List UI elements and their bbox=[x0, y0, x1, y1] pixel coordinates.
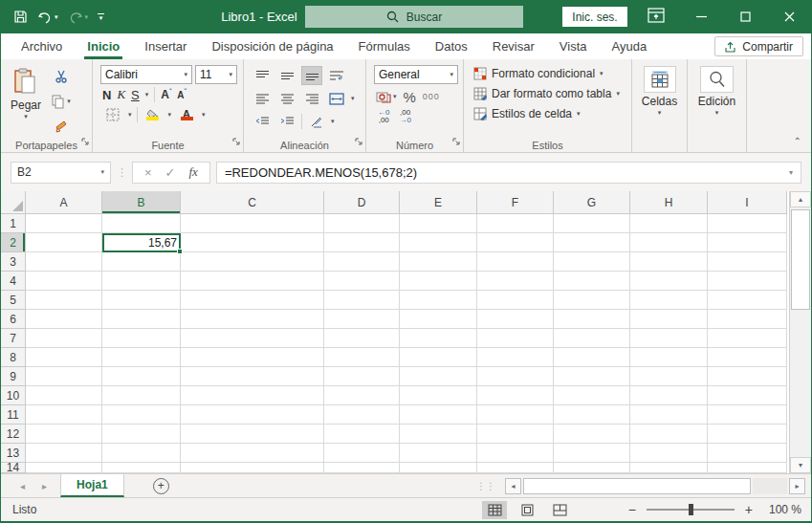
fill-handle[interactable] bbox=[177, 249, 183, 254]
cell-A12[interactable] bbox=[26, 425, 102, 444]
cell-F6[interactable] bbox=[477, 310, 554, 329]
cell-E11[interactable] bbox=[400, 405, 477, 425]
orientation-dropdown-icon[interactable]: ▾ bbox=[331, 118, 335, 125]
cell-D3[interactable] bbox=[324, 252, 400, 272]
row-header-14[interactable]: 14 bbox=[1, 463, 26, 473]
insert-function-icon[interactable]: fx bbox=[189, 164, 198, 180]
cell-I13[interactable] bbox=[708, 444, 787, 463]
cell-H4[interactable] bbox=[630, 272, 708, 291]
page-break-view-button[interactable] bbox=[547, 501, 572, 519]
tab-ayuda[interactable]: Ayuda bbox=[600, 33, 660, 59]
copy-dropdown-icon[interactable]: ▾ bbox=[67, 98, 71, 105]
column-header-F[interactable]: F bbox=[477, 191, 554, 214]
search-input[interactable]: Buscar bbox=[305, 6, 523, 28]
cell-G7[interactable] bbox=[554, 329, 630, 348]
editing-button[interactable]: Edición ▾ bbox=[692, 63, 741, 120]
merge-dropdown-icon[interactable]: ▾ bbox=[351, 95, 355, 102]
prev-sheet-icon[interactable]: ◂ bbox=[20, 481, 25, 491]
align-left-icon[interactable] bbox=[252, 89, 273, 108]
cell-E7[interactable] bbox=[400, 329, 477, 348]
number-dialog-launcher-icon[interactable] bbox=[452, 133, 461, 150]
cell-D4[interactable] bbox=[324, 272, 400, 291]
cell-D10[interactable] bbox=[324, 386, 400, 405]
cell-A6[interactable] bbox=[26, 310, 102, 329]
align-right-icon[interactable] bbox=[301, 89, 322, 108]
cell-B2[interactable]: 15,67 bbox=[102, 233, 181, 252]
cell-A1[interactable] bbox=[26, 214, 102, 233]
cell-G13[interactable] bbox=[554, 444, 630, 463]
cell-B9[interactable] bbox=[102, 367, 181, 386]
cell-C4[interactable] bbox=[181, 272, 324, 291]
cut-icon[interactable] bbox=[51, 67, 72, 86]
cell-E10[interactable] bbox=[400, 386, 477, 405]
cell-G1[interactable] bbox=[554, 214, 630, 233]
fill-color-dropdown-icon[interactable]: ▾ bbox=[168, 111, 172, 119]
customize-qat-icon[interactable]: ▾ bbox=[95, 11, 107, 22]
cell-G4[interactable] bbox=[554, 272, 630, 291]
collapse-ribbon-icon[interactable]: ⌃ bbox=[794, 136, 801, 146]
cell-H6[interactable] bbox=[630, 310, 708, 329]
select-all-corner[interactable] bbox=[1, 191, 26, 214]
cell-I2[interactable] bbox=[708, 233, 787, 252]
cell-D5[interactable] bbox=[324, 291, 400, 310]
cell-I14[interactable] bbox=[708, 463, 787, 473]
font-name-select[interactable]: Calibri▾ bbox=[100, 65, 192, 84]
alignment-dialog-launcher-icon[interactable] bbox=[355, 133, 363, 150]
cell-C7[interactable] bbox=[181, 329, 324, 348]
font-color-icon[interactable]: A bbox=[176, 105, 197, 124]
cell-F12[interactable] bbox=[477, 425, 554, 444]
paste-button[interactable]: Pegar ▾ bbox=[5, 65, 47, 123]
fill-color-icon[interactable] bbox=[143, 105, 164, 124]
clipboard-dialog-launcher-icon[interactable] bbox=[81, 133, 90, 150]
cell-D8[interactable] bbox=[324, 348, 400, 367]
comma-style-button[interactable]: 000 bbox=[423, 92, 440, 101]
cell-I11[interactable] bbox=[708, 405, 787, 425]
cell-C1[interactable] bbox=[181, 214, 324, 233]
format-as-table-button[interactable]: Dar formato como tabla ▾ bbox=[470, 86, 624, 101]
cell-B6[interactable] bbox=[102, 310, 181, 329]
paste-dropdown-icon[interactable]: ▾ bbox=[24, 113, 28, 120]
cell-E9[interactable] bbox=[400, 367, 477, 386]
cell-G14[interactable] bbox=[554, 463, 630, 473]
bold-button[interactable]: N bbox=[102, 88, 111, 102]
row-header-1[interactable]: 1 bbox=[1, 214, 26, 233]
horizontal-scroll-track[interactable] bbox=[753, 478, 787, 494]
tab-split-handle[interactable]: ⋮⋮ bbox=[476, 481, 495, 491]
cell-G11[interactable] bbox=[554, 405, 630, 425]
name-box[interactable]: B2 ▾ bbox=[11, 162, 111, 184]
cell-I9[interactable] bbox=[708, 367, 787, 386]
row-header-4[interactable]: 4 bbox=[1, 272, 26, 291]
cell-G12[interactable] bbox=[554, 425, 630, 444]
cell-G5[interactable] bbox=[554, 291, 630, 310]
number-format-select[interactable]: General▾ bbox=[374, 65, 458, 84]
row-header-7[interactable]: 7 bbox=[1, 329, 26, 348]
align-center-icon[interactable] bbox=[276, 89, 297, 108]
scroll-up-icon[interactable]: ▴ bbox=[790, 191, 811, 207]
cell-A8[interactable] bbox=[26, 348, 102, 367]
column-header-B[interactable]: B bbox=[102, 191, 181, 214]
conditional-formatting-button[interactable]: Formato condicional ▾ bbox=[470, 66, 624, 81]
cell-styles-button[interactable]: Estilos de celda ▾ bbox=[470, 106, 624, 121]
cell-H1[interactable] bbox=[630, 214, 708, 233]
cell-H11[interactable] bbox=[630, 405, 708, 425]
editing-dropdown-icon[interactable]: ▾ bbox=[715, 109, 719, 117]
horizontal-scroll-thumb[interactable] bbox=[523, 478, 751, 494]
expand-formula-bar-icon[interactable]: ▾ bbox=[789, 168, 793, 177]
horizontal-scrollbar[interactable]: ⋮⋮ ◂ ▸ bbox=[476, 477, 805, 495]
shrink-font-button[interactable]: Aˇ bbox=[177, 90, 187, 100]
cell-C14[interactable] bbox=[181, 463, 324, 473]
cell-B8[interactable] bbox=[102, 348, 181, 367]
cell-B10[interactable] bbox=[102, 386, 181, 405]
sheet-tab-hoja1[interactable]: Hoja1 bbox=[60, 474, 124, 497]
cell-F13[interactable] bbox=[477, 444, 554, 463]
normal-view-button[interactable] bbox=[482, 501, 507, 519]
cell-H14[interactable] bbox=[630, 463, 708, 473]
cell-G10[interactable] bbox=[554, 386, 630, 405]
cell-C10[interactable] bbox=[181, 386, 324, 405]
tab-inicio[interactable]: Inicio bbox=[75, 33, 132, 59]
cell-F4[interactable] bbox=[477, 272, 554, 291]
font-dialog-launcher-icon[interactable] bbox=[232, 133, 241, 150]
cell-I4[interactable] bbox=[708, 272, 787, 291]
maximize-button[interactable] bbox=[723, 0, 767, 33]
cell-B11[interactable] bbox=[102, 405, 181, 425]
